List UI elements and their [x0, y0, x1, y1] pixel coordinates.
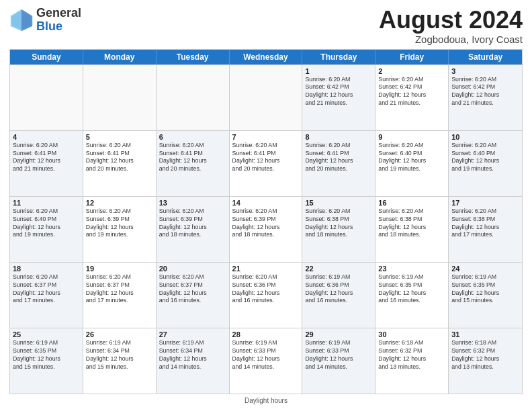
- day-number: 15: [305, 199, 372, 207]
- calendar-header: SundayMondayTuesdayWednesdayThursdayFrid…: [10, 50, 522, 64]
- day-number: 23: [378, 265, 445, 273]
- day-number: 18: [13, 265, 80, 273]
- calendar-week-3: 11Sunrise: 6:20 AM Sunset: 6:40 PM Dayli…: [10, 196, 522, 262]
- day-cell-30: 30Sunrise: 6:18 AM Sunset: 6:32 PM Dayli…: [375, 328, 449, 394]
- empty-cell: [157, 65, 230, 130]
- empty-cell: [230, 65, 303, 130]
- day-cell-18: 18Sunrise: 6:20 AM Sunset: 6:37 PM Dayli…: [10, 263, 83, 328]
- day-number: 13: [159, 199, 226, 207]
- day-number: 11: [13, 199, 80, 207]
- day-number: 8: [305, 133, 372, 141]
- day-number: 22: [305, 265, 372, 273]
- day-cell-8: 8Sunrise: 6:20 AM Sunset: 6:41 PM Daylig…: [302, 131, 375, 196]
- day-of-week-tuesday: Tuesday: [157, 50, 230, 64]
- day-info: Sunrise: 6:20 AM Sunset: 6:42 PM Dayligh…: [305, 76, 372, 108]
- day-number: 25: [13, 330, 80, 338]
- day-number: 24: [451, 265, 519, 273]
- day-of-week-saturday: Saturday: [449, 50, 522, 64]
- day-cell-20: 20Sunrise: 6:20 AM Sunset: 6:37 PM Dayli…: [157, 263, 230, 328]
- day-number: 20: [159, 265, 226, 273]
- day-number: 27: [159, 330, 226, 338]
- day-info: Sunrise: 6:20 AM Sunset: 6:38 PM Dayligh…: [305, 208, 372, 240]
- day-info: Sunrise: 6:20 AM Sunset: 6:41 PM Dayligh…: [305, 142, 372, 174]
- day-info: Sunrise: 6:20 AM Sunset: 6:41 PM Dayligh…: [232, 142, 300, 174]
- day-cell-7: 7Sunrise: 6:20 AM Sunset: 6:41 PM Daylig…: [230, 131, 303, 196]
- day-info: Sunrise: 6:20 AM Sunset: 6:37 PM Dayligh…: [13, 273, 80, 306]
- day-info: Sunrise: 6:20 AM Sunset: 6:41 PM Dayligh…: [13, 142, 80, 174]
- logo: General Blue: [9, 7, 81, 34]
- logo-general: General: [36, 6, 81, 19]
- day-cell-3: 3Sunrise: 6:20 AM Sunset: 6:42 PM Daylig…: [449, 65, 522, 130]
- day-info: Sunrise: 6:20 AM Sunset: 6:36 PM Dayligh…: [232, 273, 300, 306]
- empty-cell: [83, 65, 157, 130]
- calendar-week-2: 4Sunrise: 6:20 AM Sunset: 6:41 PM Daylig…: [10, 130, 522, 196]
- day-of-week-monday: Monday: [83, 50, 157, 64]
- day-info: Sunrise: 6:19 AM Sunset: 6:34 PM Dayligh…: [159, 339, 226, 371]
- day-info: Sunrise: 6:18 AM Sunset: 6:32 PM Dayligh…: [451, 339, 519, 371]
- day-info: Sunrise: 6:20 AM Sunset: 6:41 PM Dayligh…: [159, 142, 226, 174]
- day-cell-13: 13Sunrise: 6:20 AM Sunset: 6:39 PM Dayli…: [157, 197, 230, 262]
- day-of-week-sunday: Sunday: [10, 50, 83, 64]
- day-cell-26: 26Sunrise: 6:19 AM Sunset: 6:34 PM Dayli…: [83, 328, 157, 394]
- day-info: Sunrise: 6:20 AM Sunset: 6:38 PM Dayligh…: [378, 208, 445, 240]
- calendar: SundayMondayTuesdayWednesdayThursdayFrid…: [9, 49, 523, 394]
- day-cell-29: 29Sunrise: 6:19 AM Sunset: 6:33 PM Dayli…: [302, 328, 375, 394]
- day-info: Sunrise: 6:20 AM Sunset: 6:42 PM Dayligh…: [451, 76, 519, 108]
- day-of-week-thursday: Thursday: [302, 50, 375, 64]
- day-info: Sunrise: 6:20 AM Sunset: 6:37 PM Dayligh…: [86, 273, 153, 306]
- day-cell-9: 9Sunrise: 6:20 AM Sunset: 6:40 PM Daylig…: [375, 131, 449, 196]
- logo-text: General Blue: [36, 7, 81, 34]
- day-info: Sunrise: 6:19 AM Sunset: 6:34 PM Dayligh…: [86, 339, 153, 371]
- day-number: 14: [232, 199, 300, 207]
- day-number: 5: [86, 133, 153, 141]
- calendar-week-5: 25Sunrise: 6:19 AM Sunset: 6:35 PM Dayli…: [10, 328, 522, 394]
- day-info: Sunrise: 6:19 AM Sunset: 6:33 PM Dayligh…: [305, 339, 372, 371]
- logo-icon: [9, 8, 34, 32]
- day-info: Sunrise: 6:18 AM Sunset: 6:32 PM Dayligh…: [378, 339, 445, 371]
- calendar-week-4: 18Sunrise: 6:20 AM Sunset: 6:37 PM Dayli…: [10, 262, 522, 328]
- location: Zogbodoua, Ivory Coast: [379, 34, 523, 45]
- day-info: Sunrise: 6:19 AM Sunset: 6:33 PM Dayligh…: [232, 339, 300, 371]
- day-cell-4: 4Sunrise: 6:20 AM Sunset: 6:41 PM Daylig…: [10, 131, 83, 196]
- day-cell-14: 14Sunrise: 6:20 AM Sunset: 6:39 PM Dayli…: [230, 197, 303, 262]
- day-number: 21: [232, 265, 300, 273]
- day-cell-17: 17Sunrise: 6:20 AM Sunset: 6:38 PM Dayli…: [449, 197, 522, 262]
- day-info: Sunrise: 6:20 AM Sunset: 6:40 PM Dayligh…: [451, 142, 519, 174]
- day-info: Sunrise: 6:19 AM Sunset: 6:35 PM Dayligh…: [378, 273, 445, 306]
- day-cell-2: 2Sunrise: 6:20 AM Sunset: 6:42 PM Daylig…: [375, 65, 449, 130]
- day-cell-10: 10Sunrise: 6:20 AM Sunset: 6:40 PM Dayli…: [449, 131, 522, 196]
- svg-marker-1: [21, 9, 32, 31]
- logo-blue: Blue: [36, 19, 62, 33]
- day-cell-21: 21Sunrise: 6:20 AM Sunset: 6:36 PM Dayli…: [230, 263, 303, 328]
- day-info: Sunrise: 6:19 AM Sunset: 6:35 PM Dayligh…: [13, 339, 80, 371]
- day-cell-15: 15Sunrise: 6:20 AM Sunset: 6:38 PM Dayli…: [302, 197, 375, 262]
- day-number: 29: [305, 330, 372, 338]
- day-cell-25: 25Sunrise: 6:19 AM Sunset: 6:35 PM Dayli…: [10, 328, 83, 394]
- day-number: 26: [86, 330, 153, 338]
- page: General Blue August 2024 Zogbodoua, Ivor…: [0, 0, 532, 411]
- day-number: 28: [232, 330, 300, 338]
- day-info: Sunrise: 6:20 AM Sunset: 6:40 PM Dayligh…: [13, 208, 80, 240]
- day-cell-28: 28Sunrise: 6:19 AM Sunset: 6:33 PM Dayli…: [230, 328, 303, 394]
- day-cell-19: 19Sunrise: 6:20 AM Sunset: 6:37 PM Dayli…: [83, 263, 157, 328]
- day-number: 1: [305, 67, 372, 75]
- day-cell-31: 31Sunrise: 6:18 AM Sunset: 6:32 PM Dayli…: [449, 328, 522, 394]
- header: General Blue August 2024 Zogbodoua, Ivor…: [9, 7, 523, 45]
- day-number: 2: [378, 67, 445, 75]
- day-of-week-friday: Friday: [375, 50, 449, 64]
- day-info: Sunrise: 6:20 AM Sunset: 6:41 PM Dayligh…: [86, 142, 153, 174]
- day-number: 10: [451, 133, 519, 141]
- day-of-week-wednesday: Wednesday: [230, 50, 303, 64]
- day-number: 7: [232, 133, 300, 141]
- day-info: Sunrise: 6:20 AM Sunset: 6:42 PM Dayligh…: [378, 76, 445, 108]
- day-info: Sunrise: 6:20 AM Sunset: 6:38 PM Dayligh…: [451, 208, 519, 240]
- svg-marker-2: [11, 9, 21, 31]
- calendar-week-1: 1Sunrise: 6:20 AM Sunset: 6:42 PM Daylig…: [10, 64, 522, 130]
- empty-cell: [10, 65, 83, 130]
- day-info: Sunrise: 6:20 AM Sunset: 6:37 PM Dayligh…: [159, 273, 226, 306]
- day-cell-22: 22Sunrise: 6:19 AM Sunset: 6:36 PM Dayli…: [302, 263, 375, 328]
- title-block: August 2024 Zogbodoua, Ivory Coast: [379, 7, 523, 45]
- day-number: 4: [13, 133, 80, 141]
- day-number: 16: [378, 199, 445, 207]
- day-cell-6: 6Sunrise: 6:20 AM Sunset: 6:41 PM Daylig…: [157, 131, 230, 196]
